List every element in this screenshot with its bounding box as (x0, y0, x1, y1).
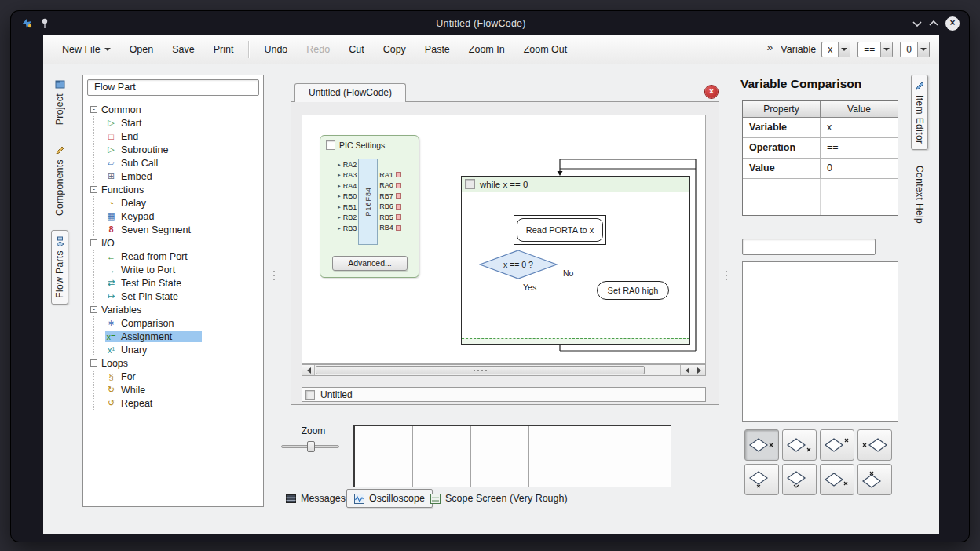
comparison-template-button-1[interactable] (744, 429, 779, 461)
open-button[interactable]: Open (120, 39, 163, 60)
zoom-label: Zoom (293, 425, 334, 436)
tree-item-for[interactable]: §For (105, 370, 263, 383)
tree-group-variables[interactable]: - Variables (90, 303, 263, 316)
zoom-in-button[interactable]: Zoom In (459, 39, 514, 60)
value-combo-dropdown-icon[interactable] (917, 42, 929, 57)
comparison-template-button-8[interactable] (858, 464, 892, 495)
tree-item-comparison[interactable]: ∗Comparison (105, 316, 263, 330)
collapse-icon[interactable]: - (90, 306, 97, 313)
tree-group-common[interactable]: - Common (90, 103, 263, 116)
operator-combo-dropdown-icon[interactable] (880, 42, 892, 57)
scrollbar-thumb[interactable] (316, 366, 645, 374)
tab-flow-parts[interactable]: Flow Parts (51, 230, 68, 305)
comparison-template-button-2[interactable] (782, 429, 817, 461)
tree-group-functions[interactable]: - Functions (90, 183, 263, 196)
splitter-handle[interactable] (726, 271, 727, 280)
new-file-dropdown-icon (104, 48, 111, 54)
scroll-right-button[interactable] (693, 365, 705, 375)
tab-oscilloscope[interactable]: Oscilloscope (346, 489, 433, 508)
copy-button[interactable]: Copy (374, 39, 415, 60)
property-value[interactable]: x (821, 118, 898, 137)
tab-project[interactable]: Project (51, 73, 68, 131)
tree-item-end[interactable]: □End (105, 130, 263, 143)
titlebar: Untitled (FlowCode) × (11, 11, 969, 35)
document-tab[interactable]: Untitled (FlowCode) (294, 83, 406, 102)
horizontal-scrollbar[interactable] (302, 364, 706, 376)
zoom-slider-thumb[interactable] (307, 441, 315, 452)
comparison-template-button-3[interactable] (820, 429, 854, 461)
tree-item-subroutine[interactable]: ▷Subroutine (105, 143, 263, 156)
variable-combo-dropdown-icon[interactable] (838, 42, 850, 57)
flowcode-app: New File Open Save Save Print Undo Redo … (43, 35, 939, 534)
value-combo[interactable]: 0 (900, 42, 930, 57)
redo-button[interactable]: Redo (297, 39, 339, 60)
macro-bar[interactable]: Untitled (302, 387, 706, 402)
save-button[interactable]: Save (163, 39, 204, 60)
tree-item-unary[interactable]: x¹Unary (105, 343, 263, 356)
tree-item-while[interactable]: ↻While (105, 383, 263, 396)
flowchart-canvas[interactable]: PIC Settings ▸RA2 ▸RA3 ▸RA4 ▸RB0 ▸RB1 ▸R… (302, 115, 706, 364)
comparison-template-button-4[interactable] (858, 429, 892, 461)
item-editor-title: Variable Comparison (740, 77, 861, 91)
read-porta-shape[interactable]: Read PORTA to x (514, 215, 606, 245)
chevron-down-icon[interactable] (912, 20, 922, 27)
collapse-icon[interactable]: - (90, 186, 97, 193)
comparison-template-button-5[interactable] (744, 464, 779, 495)
tree-item-keypad[interactable]: ▦Keypad (105, 210, 263, 223)
tree-group-io[interactable]: - I/O (90, 236, 263, 250)
zoom-out-button[interactable]: Zoom Out (514, 39, 577, 60)
collapse-icon[interactable]: - (90, 239, 97, 246)
comparison-template-button-6[interactable] (782, 464, 817, 495)
tab-scope-screen[interactable]: Scope Screen (Very Rough) (423, 489, 575, 508)
tree-item-embed[interactable]: ⊞Embed (105, 170, 263, 183)
tab-context-help[interactable]: Context Help (911, 159, 928, 230)
comparison-template-button-7[interactable] (820, 464, 854, 495)
close-document-button[interactable]: × (705, 86, 718, 98)
splitter-handle[interactable] (273, 271, 275, 280)
scroll-left-button-2[interactable] (680, 365, 693, 375)
table-row: Operation == (743, 138, 898, 159)
zoom-slider[interactable] (281, 441, 339, 452)
set-ra0-shape[interactable]: Set RA0 high (597, 281, 669, 300)
cut-button[interactable]: Cut (339, 39, 373, 60)
pin-icon[interactable] (40, 18, 49, 29)
scrollbar-track[interactable] (315, 365, 680, 375)
scroll-left-button[interactable] (302, 365, 315, 375)
tree-item-read-from-port[interactable]: ←Read from Port (105, 250, 263, 263)
paste-button[interactable]: Paste (415, 39, 459, 60)
operator-combo[interactable]: == (858, 42, 893, 57)
tab-components[interactable]: Components (51, 139, 68, 222)
flow-part-header[interactable]: Flow Part (87, 79, 259, 96)
undo-button[interactable]: Undo (254, 39, 297, 60)
close-window-button[interactable]: × (945, 16, 960, 31)
project-icon (55, 79, 65, 89)
property-table: Property Value Variable x Operation == V… (742, 100, 898, 216)
tab-item-editor[interactable]: Item Editor (911, 75, 928, 150)
print-button[interactable]: Print (204, 39, 243, 60)
tree-item-delay[interactable]: ◔Delay (105, 196, 263, 210)
tree-item-start[interactable]: ▷Start (105, 116, 263, 130)
property-value[interactable]: == (821, 138, 898, 158)
new-file-button[interactable]: New File (53, 39, 120, 60)
value-column-header: Value (821, 101, 898, 117)
tree-item-test-pin-state[interactable]: ⇄Test Pin State (105, 276, 263, 290)
variable-combo[interactable]: x (821, 42, 850, 57)
chevron-up-icon[interactable] (929, 20, 938, 27)
tree-item-repeat[interactable]: ↺Repeat (105, 396, 263, 410)
while-icon: ↻ (105, 385, 117, 395)
collapse-icon[interactable]: - (90, 359, 97, 367)
tree-group-loops[interactable]: - Loops (90, 356, 263, 370)
item-editor-listbox[interactable] (742, 261, 898, 422)
toolbar-overflow-chevron[interactable]: » (767, 41, 780, 58)
tree-item-seven-segment[interactable]: 8Seven Segment (105, 223, 263, 236)
while-loop-label: while x == 0 (480, 180, 528, 189)
collapse-icon[interactable]: - (90, 106, 97, 113)
tree-item-write-to-port[interactable]: →Write to Port (105, 263, 263, 276)
tree-item-set-pin-state[interactable]: ↦Set Pin State (105, 290, 263, 303)
start-icon: ▷ (105, 118, 117, 128)
tree-item-assignment-selected[interactable]: x=Assignment (105, 330, 263, 343)
tab-messages[interactable]: Messages (279, 489, 353, 508)
property-value[interactable]: 0 (821, 159, 898, 178)
tree-item-sub-call[interactable]: ▱Sub Call (105, 156, 263, 170)
item-editor-input[interactable] (742, 239, 876, 255)
